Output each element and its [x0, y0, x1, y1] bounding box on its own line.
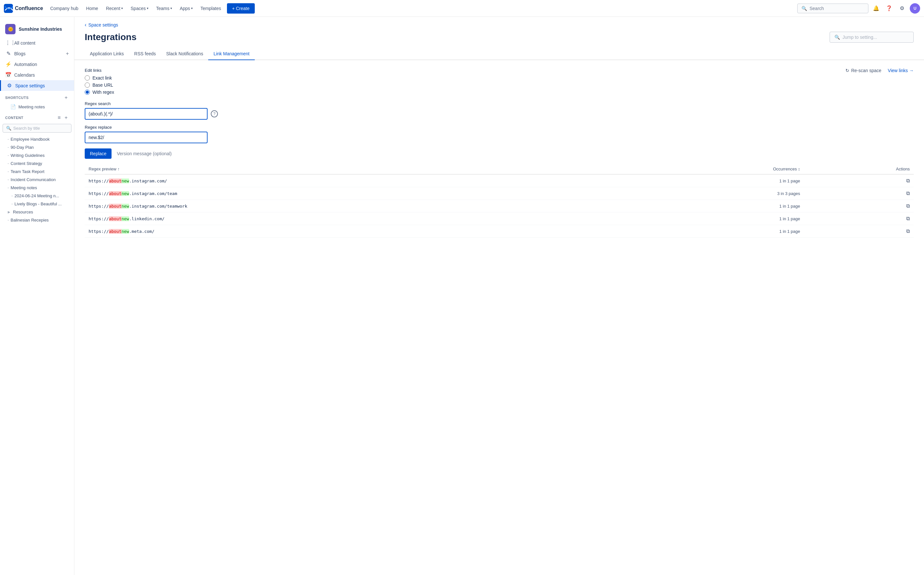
url-green-highlight: new [122, 229, 129, 234]
chevron-right-icon: ▶ [8, 210, 10, 214]
occurrences-cell: 1 in 1 page [626, 174, 804, 187]
regex-preview-table: Regex preview ↑ Occurrences ↕ Actions ht… [85, 164, 914, 238]
topnav-right: 🔍 Search 🔔 ❓ ⚙ U [797, 3, 920, 14]
radio-exact-link[interactable]: Exact link [85, 75, 914, 81]
content-item-balinesian-recepies[interactable]: • Balinesian Recepies [0, 216, 74, 224]
content-item-content-strategy[interactable]: • Content Strategy [0, 159, 74, 168]
bullet-icon: • [8, 170, 9, 173]
open-external-icon[interactable]: ⧉ [906, 203, 910, 209]
col-occurrences[interactable]: Occurrences ↕ [626, 164, 804, 174]
content-item-employee-handbook[interactable]: • Employee Handbook [0, 135, 74, 143]
open-external-icon[interactable]: ⧉ [906, 191, 910, 196]
sidebar-item-space-settings[interactable]: ⚙ Space settings [0, 80, 74, 91]
url-red-highlight: about [109, 229, 122, 234]
regex-replace-input[interactable] [85, 132, 208, 143]
tab-slack-notifications[interactable]: Slack Notifications [161, 48, 208, 60]
page-title: Integrations [85, 32, 136, 42]
regex-search-label: Regex search [85, 101, 914, 106]
actions-cell: ⧉ [804, 213, 914, 225]
url-suffix: .meta.com/ [129, 229, 154, 234]
nav-teams[interactable]: Teams ▾ [153, 4, 175, 13]
url-green-highlight: new [122, 216, 129, 221]
logo[interactable]: Confluence [4, 4, 43, 13]
content-item-lively-blogs[interactable]: • Lively Blogs - Beautiful ... [0, 200, 74, 208]
col-actions: Actions [804, 164, 914, 174]
occurrences-cell: 1 in 1 page [626, 213, 804, 225]
open-external-icon[interactable]: ⧉ [906, 228, 910, 234]
regex-search-input[interactable] [85, 108, 208, 120]
table-row: https://aboutnew.instagram.com/team3 in … [85, 187, 914, 200]
filter-content-button[interactable]: ≡ [56, 114, 62, 121]
content-item-resources[interactable]: ▶ Resources [0, 208, 74, 216]
search-icon: 🔍 [802, 6, 807, 11]
content-item-writing-guidelines[interactable]: • Writing Guidelines [0, 151, 74, 159]
rescan-space-button[interactable]: ↻ Re-scan space [845, 68, 881, 73]
view-links-button[interactable]: View links → [888, 68, 914, 73]
nav-company-hub[interactable]: Company hub [47, 4, 81, 13]
chevron-down-icon: ▾ [121, 6, 123, 10]
table-header: Regex preview ↑ Occurrences ↕ Actions [85, 164, 914, 174]
nav-recent[interactable]: Recent ▾ [103, 4, 126, 13]
automation-icon: ⚡ [5, 61, 12, 67]
radio-with-regex[interactable]: With regex [85, 90, 914, 95]
space-header[interactable]: 🌞 Sunshine Industries [0, 21, 74, 38]
occurrences-cell: 1 in 1 page [626, 225, 804, 238]
url-cell: https://aboutnew.meta.com/ [85, 225, 626, 238]
add-content-button[interactable]: + [63, 114, 69, 121]
sidebar-item-all-content[interactable]: ⋮⋮ All content [0, 38, 74, 48]
content-search-input[interactable] [13, 126, 68, 131]
user-avatar[interactable]: U [910, 3, 920, 14]
jump-to-setting-search[interactable]: 🔍 Jump to setting... [830, 32, 914, 43]
nav-templates[interactable]: Templates [197, 4, 224, 13]
global-search[interactable]: 🔍 Search [797, 3, 869, 13]
radio-base-url-input[interactable] [85, 83, 90, 87]
bullet-icon: • [12, 194, 13, 197]
table-row: https://aboutnew.meta.com/1 in 1 page⧉ [85, 225, 914, 238]
help-button[interactable]: ❓ [884, 3, 894, 14]
bullet-icon: • [8, 154, 9, 157]
help-icon[interactable]: ? [211, 110, 218, 118]
tab-link-management[interactable]: Link Management [208, 48, 254, 60]
breadcrumb[interactable]: ‹ Space settings [74, 17, 924, 28]
main-layout: 🌞 Sunshine Industries ⋮⋮ All content ✎ B… [0, 17, 924, 575]
sidebar-item-calendars[interactable]: 📅 Calendars [0, 70, 74, 80]
radio-exact-link-input[interactable] [85, 75, 90, 81]
replace-button[interactable]: Replace [85, 148, 111, 159]
open-external-icon[interactable]: ⧉ [906, 216, 910, 221]
actions-cell: ⧉ [804, 187, 914, 200]
nav-apps[interactable]: Apps ▾ [176, 4, 196, 13]
replace-row: Replace Version message (optional) [85, 148, 914, 159]
nav-home[interactable]: Home [83, 4, 101, 13]
content-search[interactable]: 🔍 [3, 124, 71, 133]
add-shortcut-button[interactable]: + [63, 94, 69, 101]
nav-spaces[interactable]: Spaces ▾ [127, 4, 152, 13]
content-item-90-day-plan[interactable]: • 90-Day Plan [0, 143, 74, 151]
top-navigation: Confluence Company hub Home Recent ▾ Spa… [0, 0, 924, 17]
sidebar-item-automation[interactable]: ⚡ Automation [0, 59, 74, 70]
open-external-icon[interactable]: ⧉ [906, 178, 910, 183]
radio-with-regex-input[interactable] [85, 90, 90, 95]
url-green-highlight: new [122, 191, 129, 196]
add-blog-icon[interactable]: + [66, 51, 69, 57]
content-item-team-task-report[interactable]: • Team Task Report [0, 168, 74, 176]
occurrences-cell: 1 in 1 page [626, 200, 804, 213]
notifications-button[interactable]: 🔔 [871, 3, 881, 14]
shortcut-meeting-notes[interactable]: 📄 Meeting notes [0, 103, 74, 111]
url-red-highlight: about [109, 178, 122, 183]
sidebar-item-blogs[interactable]: ✎ Blogs + [0, 48, 74, 59]
main-content: ‹ Space settings Integrations 🔍 Jump to … [74, 17, 924, 575]
logo-text: Confluence [15, 5, 43, 11]
regex-search-group: Regex search ? [85, 101, 914, 120]
radio-base-url[interactable]: Base URL [85, 83, 914, 87]
content-item-meeting-notes-2024[interactable]: • 2024-06-24 Meeting n... [0, 192, 74, 200]
rescan-icon: ↻ [845, 68, 850, 73]
tab-rss-feeds[interactable]: RSS feeds [129, 48, 161, 60]
page-icon: 📄 [10, 104, 16, 109]
content-item-meeting-notes[interactable]: • Meeting notes [0, 184, 74, 192]
settings-button[interactable]: ⚙ [897, 3, 907, 14]
tab-application-links[interactable]: Application Links [85, 48, 129, 60]
tabs-bar: Application Links RSS feeds Slack Notifi… [74, 48, 924, 60]
create-button[interactable]: + Create [227, 3, 255, 14]
url-suffix: .instagram.com/ [129, 178, 167, 183]
content-item-incident-communication[interactable]: • Incident Communication [0, 176, 74, 184]
